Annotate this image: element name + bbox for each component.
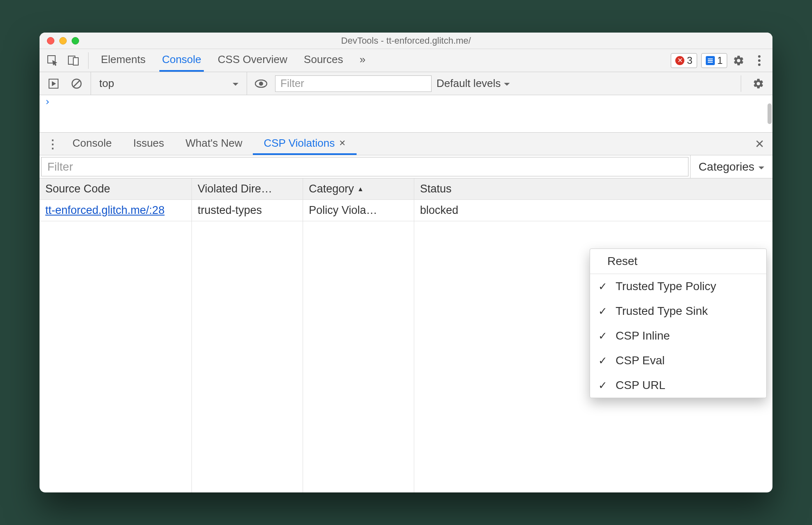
check-icon: ✓ [598,280,607,293]
more-tabs-icon[interactable]: » [357,49,368,72]
check-icon: ✓ [598,354,607,367]
levels-label: Default levels [436,77,501,90]
svg-point-3 [758,55,761,58]
console-filter-input[interactable] [275,75,432,92]
drawer-tab-console[interactable]: Console [62,133,122,155]
svg-point-5 [758,63,761,66]
scrollbar-thumb[interactable] [768,103,772,124]
inspect-element-icon[interactable] [44,52,62,70]
console-settings-icon[interactable] [749,75,768,93]
context-label: top [99,77,114,90]
menu-item-label: Trusted Type Sink [616,305,708,317]
title-bar: DevTools - tt-enforced.glitch.me/ [40,33,772,49]
menu-item-trusted-type-sink[interactable]: ✓ Trusted Type Sink [590,299,766,323]
categories-label: Categories [699,160,754,173]
drawer-tab-issues[interactable]: Issues [122,133,175,155]
col-header-directive[interactable]: Violated Dire… [192,178,303,199]
execution-toggle-icon[interactable] [44,75,63,93]
tab-console[interactable]: Console [159,49,203,72]
drawer-tab-label: CSP Violations [264,137,334,150]
levels-selector[interactable]: Default levels [436,77,510,90]
menu-item-csp-url[interactable]: ✓ CSP URL [590,373,766,398]
divider [741,75,741,92]
col-header-label: Category [309,183,354,195]
menu-item-label: CSP Eval [616,354,665,367]
settings-icon[interactable] [730,52,748,70]
csp-filter-bar: Categories [40,155,772,178]
info-count: 1 [717,55,723,66]
device-toggle-icon[interactable] [64,52,82,70]
error-count-badge[interactable]: ✕ 3 [671,53,697,68]
drawer-more-icon[interactable]: ⋮ [44,137,62,151]
menu-item-label: CSP URL [616,379,665,391]
menu-item-csp-eval[interactable]: ✓ CSP Eval [590,348,766,373]
col-header-source[interactable]: Source Code [40,178,192,199]
svg-line-8 [74,81,79,87]
menu-item-csp-inline[interactable]: ✓ CSP Inline [590,323,766,348]
issue-badges: ✕ 3 1 [671,53,727,68]
devtools-window: DevTools - tt-enforced.glitch.me/ Elemen… [40,33,772,492]
csp-filter-input[interactable] [41,157,688,176]
svg-point-10 [259,82,263,86]
table-header: Source Code Violated Dire… Category ▲ St… [40,178,772,200]
main-toolbar: Elements Console CSS Overview Sources » … [40,49,772,72]
svg-rect-2 [73,58,78,65]
tab-css-overview[interactable]: CSS Overview [215,49,290,72]
drawer-tab-csp-violations[interactable]: CSP Violations ✕ [253,133,356,155]
cell-directive: trusted-types [192,200,303,221]
sort-asc-icon: ▲ [357,185,364,193]
menu-item-label: Trusted Type Policy [616,280,716,293]
info-icon [706,56,715,65]
drawer-tabs: ⋮ Console Issues What's New CSP Violatio… [40,132,772,155]
svg-point-4 [758,59,761,62]
menu-item-trusted-type-policy[interactable]: ✓ Trusted Type Policy [590,274,766,299]
categories-dropdown: Reset ✓ Trusted Type Policy ✓ Trusted Ty… [590,248,767,398]
menu-item-label: CSP Inline [616,329,670,342]
menu-item-reset[interactable]: Reset [590,249,766,274]
main-tabs: Elements Console CSS Overview Sources » [98,49,368,72]
live-expression-icon[interactable] [252,75,270,93]
console-body[interactable]: › [40,95,772,132]
close-drawer-icon[interactable]: ✕ [751,137,768,151]
clear-console-icon[interactable] [68,75,86,93]
dropdown-arrow-icon [504,77,510,90]
dropdown-arrow-icon [233,77,238,90]
error-icon: ✕ [675,56,684,65]
window-title: DevTools - tt-enforced.glitch.me/ [40,35,772,46]
console-prompt-icon: › [44,96,50,108]
error-count: 3 [687,55,692,66]
divider [88,52,89,69]
categories-button[interactable]: Categories [690,155,772,178]
table-row[interactable]: tt-enforced.glitch.me/:28 trusted-types … [40,200,772,221]
check-icon: ✓ [598,330,607,342]
cell-category: Policy Viola… [303,200,414,221]
context-selector[interactable]: top [91,72,247,95]
tab-sources[interactable]: Sources [301,49,345,72]
more-menu-icon[interactable] [750,52,768,70]
console-filter-bar: top Default levels [40,72,772,95]
cell-status: blocked [414,200,772,221]
info-count-badge[interactable]: 1 [701,53,727,68]
drawer-tab-whatsnew[interactable]: What's New [175,133,253,155]
col-header-category[interactable]: Category ▲ [303,178,414,199]
dropdown-arrow-icon [758,160,764,173]
tab-elements[interactable]: Elements [98,49,148,72]
check-icon: ✓ [598,379,607,392]
col-header-status[interactable]: Status [414,178,772,199]
cell-source-link[interactable]: tt-enforced.glitch.me/:28 [40,200,192,221]
check-icon: ✓ [598,305,607,318]
close-tab-icon[interactable]: ✕ [339,138,346,148]
